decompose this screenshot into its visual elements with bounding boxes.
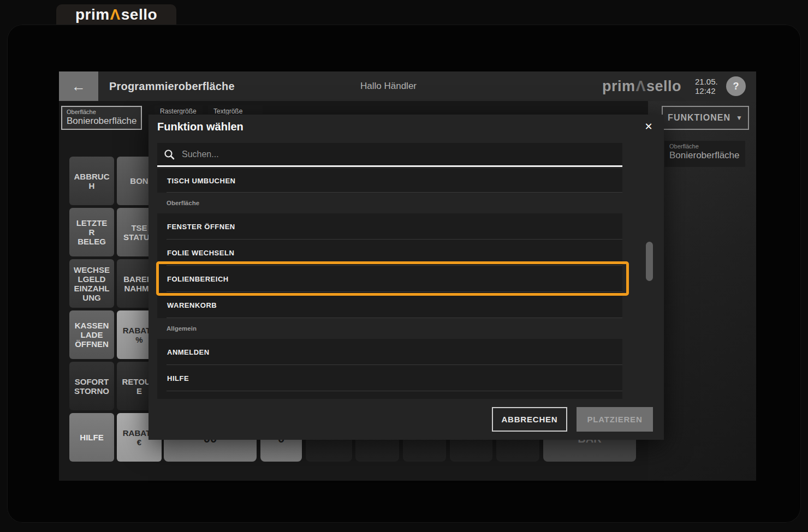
list-item-fenster-oeffnen[interactable]: FENSTER ÖFFNEN: [157, 213, 622, 240]
logo-text-pre: prim: [602, 78, 635, 95]
divider: [167, 318, 622, 318]
primasello-logo: primΛsello: [75, 6, 157, 23]
surface-chip-selected[interactable]: Oberfläche Bonieroberfläche: [61, 106, 142, 130]
divider: [167, 192, 622, 193]
list-item-label: WARENKORB: [157, 301, 217, 309]
user-greeting: Hallo Händler: [360, 71, 417, 101]
close-button[interactable]: ✕: [642, 120, 655, 133]
time-label: 12:42: [695, 86, 718, 95]
app-header: ← Programmieroberfläche Hallo Händler pr…: [59, 71, 756, 101]
list-item-warenkorb[interactable]: WARENKORB: [157, 292, 622, 318]
datetime-display: 21.05. 12:42: [695, 77, 718, 95]
screen: primΛsello ← Programmieroberfläche Hallo…: [0, 0, 808, 532]
page-title: Programmieroberfläche: [109, 71, 235, 101]
header-brand-logo: primΛsello: [602, 71, 681, 101]
list-item-label: FOLIENBEREICH: [157, 275, 229, 283]
section-label: Oberfläche: [157, 200, 199, 206]
button-letzter-beleg[interactable]: LETZTER BELEG: [69, 208, 114, 256]
list-item-tisch-umbuchen[interactable]: TISCH UMBUCHEN: [157, 169, 622, 193]
list-clipped-row: [157, 391, 622, 399]
functions-label: FUNKTIONEN: [668, 113, 730, 123]
scrollbar-thumb[interactable]: [646, 242, 653, 281]
search-icon: [164, 149, 175, 160]
question-icon: ?: [733, 81, 739, 92]
place-button[interactable]: PLATZIEREN: [577, 407, 653, 432]
list-item-anmelden[interactable]: ANMELDEN: [157, 339, 622, 365]
functions-dropdown[interactable]: FUNKTIONEN ▼: [662, 106, 749, 130]
button-sofort-storno[interactable]: SOFORT STORNO: [69, 362, 114, 410]
button-kassenlade-oeffnen[interactable]: KASSENLADE ÖFFNEN: [69, 310, 114, 359]
list-item-folie-wechseln[interactable]: FOLIE WECHSELN: [157, 240, 622, 266]
divider: [167, 391, 622, 391]
close-icon: ✕: [644, 121, 652, 133]
button-hilfe[interactable]: HILFE: [69, 413, 114, 462]
help-button[interactable]: ?: [726, 76, 746, 96]
surface-panel-label: Oberfläche: [669, 143, 740, 150]
surface-chip-label: Oberfläche: [67, 109, 136, 115]
button-wechselgeld-einzahlung[interactable]: WECHSELGELD EINZAHLUNG: [69, 259, 114, 308]
search-bar: [157, 143, 622, 167]
date-label: 21.05.: [695, 77, 718, 86]
surface-chip-value: Bonieroberfläche: [67, 116, 136, 127]
surface-panel-value: Bonieroberfläche: [669, 150, 740, 161]
surface-panel[interactable]: Oberfläche Bonieroberfläche: [664, 141, 745, 167]
back-arrow-icon: ←: [72, 78, 86, 95]
section-header-allgemein: Allgemein: [157, 318, 622, 339]
chevron-down-icon: ▼: [736, 114, 743, 122]
list-item-label: ANMELDEN: [157, 348, 210, 356]
logo-text-post: sello: [646, 78, 681, 95]
logo-caret-icon: Λ: [635, 78, 647, 95]
list-item-label: FOLIE WECHSELN: [157, 249, 234, 257]
right-sidebar: FUNKTIONEN ▼ Oberfläche Bonieroberfläche…: [648, 101, 756, 481]
button-abbruch[interactable]: ABBRUCH: [69, 157, 114, 205]
back-button[interactable]: ←: [59, 71, 98, 101]
list-item-label: TISCH UMBUCHEN: [157, 177, 235, 185]
logo-text-post: sello: [121, 6, 157, 23]
list-item-label: HILFE: [157, 374, 189, 382]
cancel-button[interactable]: ABBRECHEN: [492, 407, 567, 432]
window-logo-tab: primΛsello: [56, 4, 176, 25]
list-item-hilfe[interactable]: HILFE: [157, 365, 622, 391]
search-input[interactable]: [182, 150, 616, 159]
function-list: TISCH UMBUCHEN Oberfläche FENSTER ÖFFNEN…: [157, 169, 622, 399]
logo-caret-icon: Λ: [110, 6, 121, 23]
section-header-oberflaeche: Oberfläche: [157, 193, 622, 213]
list-item-label: FENSTER ÖFFNEN: [157, 223, 235, 231]
function-picker-dialog: Funktion wählen ✕ TISCH UMBUCHEN Oberflä…: [148, 115, 664, 440]
dialog-title: Funktion wählen: [157, 121, 243, 133]
section-label: Allgemein: [157, 325, 197, 332]
logo-text-pre: prim: [75, 6, 110, 23]
list-item-folienbereich-selected[interactable]: FOLIENBEREICH: [157, 266, 622, 292]
